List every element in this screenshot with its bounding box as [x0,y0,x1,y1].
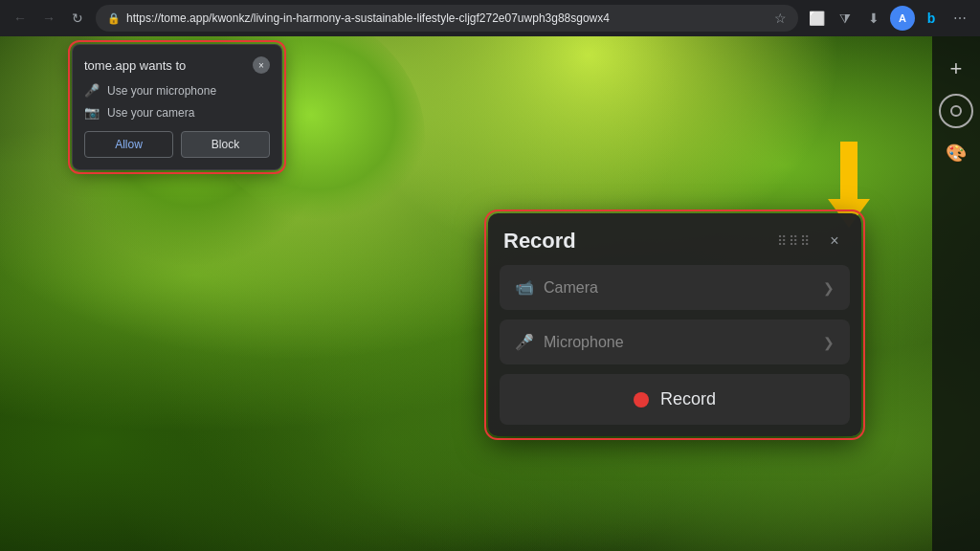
popup-title: tome.app wants to [84,58,186,73]
popup-actions: Allow Block [84,131,270,158]
microphone-permission-item: 🎤 Use your microphone [84,83,270,98]
microphone-icon: 🎤 [84,83,100,98]
allow-button[interactable]: Allow [84,131,173,158]
modal-body: 📹 Camera ❯ 🎤 Microphone ❯ Record [488,265,861,436]
popup-close-button[interactable]: × [253,56,270,74]
block-button[interactable]: Block [181,131,270,158]
microphone-permission-label: Use your microphone [107,84,216,98]
camera-dropdown[interactable]: 📹 Camera ❯ [500,265,850,310]
record-sidebar-button[interactable] [939,94,973,128]
camera-chevron-icon: ❯ [823,280,835,296]
reload-button[interactable]: ↻ [65,6,90,31]
microphone-chevron-icon: ❯ [823,335,835,350]
camera-icon: 📷 [84,105,100,120]
profile-button[interactable]: A [890,6,915,31]
add-button[interactable]: + [939,52,973,86]
record-start-button[interactable]: Record [500,374,850,425]
drag-handle[interactable]: ⠿⠿⠿ [777,233,812,249]
url-text: https://tome.app/kwonkz/living-in-harmon… [126,11,768,25]
record-modal: Record ⠿⠿⠿ × 📹 Camera ❯ 🎤 Microphone [488,213,861,436]
bing-button[interactable]: b [919,6,944,31]
record-button-label: Record [660,389,716,409]
back-button[interactable]: ← [8,6,33,31]
tab-button[interactable]: ⬜ [804,6,829,31]
right-sidebar: + 🎨 [932,36,980,551]
address-bar[interactable]: 🔒 https://tome.app/kwonkz/living-in-harm… [96,5,798,32]
camera-permission-item: 📷 Use your camera [84,105,270,120]
nav-buttons: ← → ↻ [8,6,90,31]
camera-permission-label: Use your camera [107,106,194,120]
browser-chrome: ← → ↻ 🔒 https://tome.app/kwonkz/living-i… [0,0,980,36]
forward-button[interactable]: → [36,6,61,31]
modal-close-button[interactable]: × [823,230,846,253]
menu-button[interactable]: ⋯ [947,6,972,31]
permissions-popup: tome.app wants to × 🎤 Use your microphon… [72,44,282,170]
microphone-dropdown-left: 🎤 Microphone [515,333,624,351]
camera-dropdown-label: Camera [544,279,598,297]
browser-actions: ⬜ ⧩ ⬇ A b ⋯ [804,6,972,31]
microphone-dropdown[interactable]: 🎤 Microphone ❯ [500,320,850,364]
record-sidebar-icon [950,105,962,117]
extensions-button[interactable]: ⧩ [833,6,858,31]
modal-header: Record ⠿⠿⠿ × [488,213,861,265]
lock-icon: 🔒 [107,12,121,25]
record-dot-icon [634,392,649,408]
plus-icon: + [950,56,963,81]
main-area: tome.app wants to × 🎤 Use your microphon… [0,36,980,551]
arrow-shaft [840,142,858,199]
microphone-dropdown-label: Microphone [544,334,624,351]
modal-title: Record [503,229,576,253]
popup-header: tome.app wants to × [84,56,270,74]
palette-button[interactable]: 🎨 [939,136,973,170]
modal-header-actions: ⠿⠿⠿ × [777,230,846,253]
bookmark-icon: ☆ [774,11,787,26]
microphone-dropdown-icon: 🎤 [515,333,534,351]
palette-icon: 🎨 [946,143,967,164]
download-button[interactable]: ⬇ [861,6,886,31]
camera-dropdown-left: 📹 Camera [515,278,598,297]
video-camera-icon: 📹 [515,278,534,297]
